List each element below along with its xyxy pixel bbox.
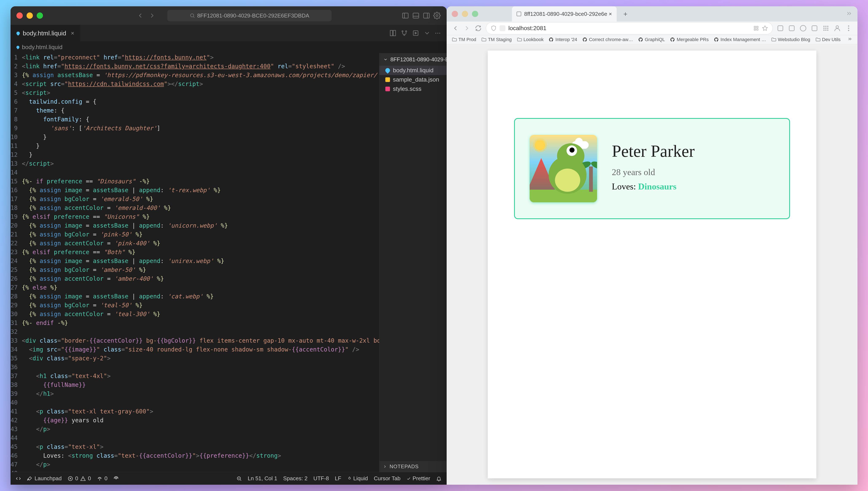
liquid-file-icon: [16, 45, 20, 49]
card-age: 28 years old: [612, 167, 695, 177]
browser-titlebar[interactable]: 8ff12081-0890-4029-bce0-292e6e × +: [447, 6, 858, 22]
bookmark-item[interactable]: Correct chrome-aw…: [582, 37, 633, 42]
folder-icon: [481, 37, 486, 42]
error-icon: [68, 476, 73, 481]
svg-rect-6: [393, 30, 395, 36]
folder-icon: [452, 37, 457, 42]
svg-rect-1: [402, 13, 408, 18]
close-tab-icon[interactable]: ×: [71, 30, 74, 37]
code-content[interactable]: <link rel="preconnect" href="https://fon…: [22, 53, 379, 472]
svg-point-8: [406, 31, 407, 32]
back-icon[interactable]: [137, 12, 144, 19]
rocket-icon: [27, 476, 32, 481]
chevrons-right-icon[interactable]: [847, 36, 852, 41]
file-explorer-item[interactable]: body.html.liquid: [380, 66, 447, 75]
status-language[interactable]: Liquid: [347, 475, 368, 482]
panel-bottom-icon[interactable]: [412, 12, 420, 19]
explorer-notepads-section[interactable]: NOTEPADS: [380, 461, 447, 472]
chevron-down-icon[interactable]: [423, 29, 431, 37]
file-name: sample_data.json: [393, 76, 439, 83]
site-info-icon[interactable]: [500, 25, 505, 31]
line-numbers-gutter: 1 2 3 4 5 6 7 8 9 10 11 12 13 14 15 16 1…: [10, 53, 22, 472]
status-live[interactable]: [113, 476, 119, 481]
bookmark-item[interactable]: Interop '24: [549, 37, 577, 42]
editor-url-text: 8FF12081-0890-4029-BCE0-292E6EF3DBDA: [197, 12, 309, 19]
bookmark-star-icon[interactable]: [762, 25, 768, 31]
editor-breadcrumb[interactable]: body.html.liquid: [10, 41, 447, 53]
close-button[interactable]: [17, 12, 23, 19]
panel-left-icon[interactable]: [401, 12, 409, 19]
menu-icon[interactable]: [845, 24, 852, 32]
bookmark-item[interactable]: Lookbook: [517, 37, 543, 42]
status-eol[interactable]: LF: [335, 475, 341, 482]
back-icon[interactable]: [452, 24, 459, 32]
git-icon[interactable]: [401, 29, 408, 37]
svg-rect-2: [413, 13, 419, 18]
ext-1-icon[interactable]: [777, 24, 784, 32]
ext-2-icon[interactable]: [788, 24, 796, 32]
minimize-button[interactable]: [462, 11, 468, 17]
minimize-button[interactable]: [27, 12, 33, 19]
new-tab-button[interactable]: +: [621, 9, 630, 19]
svg-rect-5: [390, 30, 392, 36]
fullscreen-button[interactable]: [472, 11, 478, 17]
status-problems[interactable]: 0 0: [68, 475, 91, 482]
panel-right-icon[interactable]: [423, 12, 430, 19]
status-ports[interactable]: 0: [97, 475, 108, 482]
remote-icon: [16, 476, 21, 481]
bookmark-item[interactable]: TM Staging: [481, 37, 512, 42]
editor-tab-active[interactable]: body.html.liquid ×: [10, 25, 80, 41]
bookmark-item[interactable]: Dev Utils: [815, 37, 841, 42]
fullscreen-button[interactable]: [37, 12, 43, 19]
bookmark-item[interactable]: GraphiQL: [638, 37, 665, 42]
play-icon[interactable]: [412, 29, 419, 37]
forward-icon[interactable]: [148, 12, 156, 19]
svg-point-34: [848, 30, 849, 31]
status-cursor-tab[interactable]: Cursor Tab: [374, 475, 400, 482]
browser-url-bar[interactable]: localhost:2081: [486, 22, 773, 34]
explorer-header[interactable]: 8FF12081-0890-4029-BCE0-...: [380, 53, 447, 66]
svg-point-27: [827, 28, 829, 29]
antenna-icon: [97, 476, 102, 481]
gear-icon[interactable]: [433, 12, 441, 19]
editor-file-explorer: 8FF12081-0890-4029-BCE0-... body.html.li…: [379, 53, 447, 472]
file-explorer-item[interactable]: sample_data.json: [380, 75, 447, 84]
extensions-icon[interactable]: [753, 25, 759, 31]
profile-icon[interactable]: [833, 24, 841, 32]
code-editor[interactable]: 1 2 3 4 5 6 7 8 9 10 11 12 13 14 15 16 1…: [10, 53, 379, 472]
browser-tab[interactable]: 8ff12081-0890-4029-bce0-292e6e ×: [512, 6, 617, 22]
github-icon: [582, 37, 587, 42]
check-icon: [407, 476, 411, 481]
apps-icon[interactable]: [822, 24, 830, 32]
shield-icon[interactable]: [491, 25, 497, 31]
breadcrumb-text: body.html.liquid: [22, 44, 62, 51]
status-ln-col[interactable]: Ln 51, Col 1: [248, 475, 277, 482]
bookmark-item[interactable]: Index Management …: [714, 37, 766, 42]
liquid-file-icon: [384, 67, 391, 74]
editor-command-palette[interactable]: 8FF12081-0890-4029-BCE0-292E6EF3DBDA: [167, 10, 332, 21]
close-button[interactable]: [452, 11, 458, 17]
liquid-file-icon: [16, 31, 21, 36]
status-encoding[interactable]: UTF-8: [313, 475, 329, 482]
browser-viewport: Peter Parker 28 years old Loves: Dinosau…: [447, 44, 858, 485]
status-spaces[interactable]: Spaces: 2: [283, 475, 307, 482]
svg-point-23: [825, 26, 827, 27]
reload-icon[interactable]: [475, 24, 482, 32]
ext-4-icon[interactable]: [811, 24, 818, 32]
editor-titlebar[interactable]: 8FF12081-0890-4029-BCE0-292E6EF3DBDA: [10, 6, 447, 25]
status-launchpad[interactable]: Launchpad: [27, 475, 62, 482]
status-remote[interactable]: [16, 476, 21, 481]
forward-icon[interactable]: [463, 24, 471, 32]
chevrons-right-icon[interactable]: [846, 10, 852, 17]
ext-3-icon[interactable]: [799, 24, 807, 32]
file-explorer-item[interactable]: styles.scss: [380, 84, 447, 93]
svg-point-9: [404, 34, 405, 36]
bell-icon[interactable]: [436, 476, 442, 481]
status-prettier[interactable]: Prettier: [407, 475, 430, 482]
compare-icon[interactable]: [389, 29, 396, 37]
zoom-icon[interactable]: [236, 476, 242, 481]
bookmark-item[interactable]: Webstudio Blog: [771, 37, 810, 42]
bookmark-item[interactable]: TM Prod: [452, 37, 476, 42]
more-icon[interactable]: ⋯: [435, 29, 441, 37]
bookmark-item[interactable]: Mergeable PRs: [670, 37, 709, 42]
